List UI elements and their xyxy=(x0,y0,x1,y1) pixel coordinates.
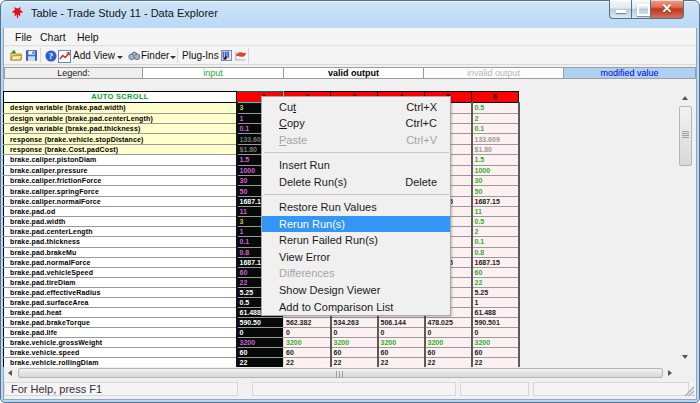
svg-text:?: ? xyxy=(49,51,53,61)
